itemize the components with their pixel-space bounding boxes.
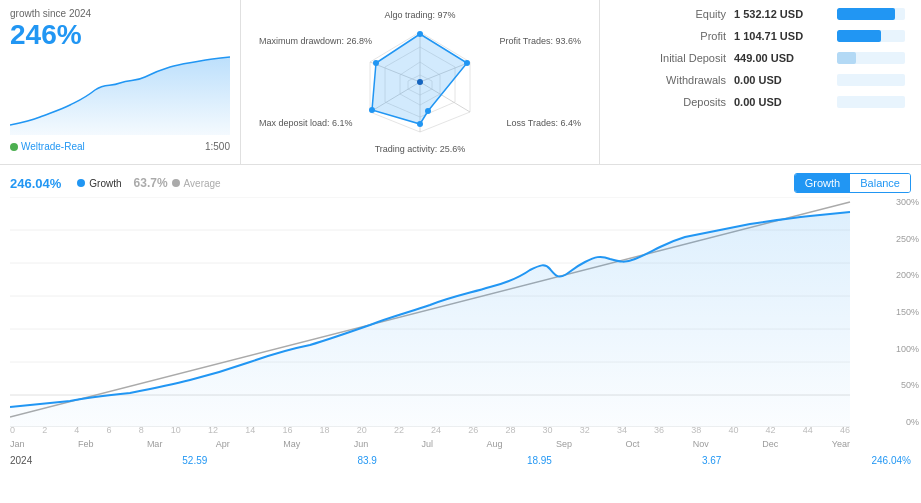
y-label-0: 0% <box>884 417 919 427</box>
stat-label-deposit: Initial Deposit <box>616 52 726 64</box>
broker-row: Weltrade-Real 1:500 <box>10 141 230 152</box>
y-label-250: 250% <box>884 234 919 244</box>
stat-row-deposit: Initial Deposit 449.00 USD <box>616 52 905 64</box>
stats-panel: Equity 1 532.12 USD Profit 1 104.71 USD … <box>600 0 921 164</box>
stat-bar-profit <box>837 30 881 42</box>
footer-val-2: 83.9 <box>357 455 376 466</box>
y-label-150: 150% <box>884 307 919 317</box>
month-labels: JanFebMarAprMayJunJulAugSepOctNovDecYear <box>10 439 850 449</box>
y-axis-labels: 300% 250% 200% 150% 100% 50% 0% <box>884 197 919 427</box>
stat-row-equity: Equity 1 532.12 USD <box>616 8 905 20</box>
stat-value-profit: 1 104.71 USD <box>734 30 829 42</box>
stat-value-deposits: 0.00 USD <box>734 96 829 108</box>
growth-legend-label: Growth <box>89 178 121 189</box>
mini-chart-panel: growth since 2024 246% Weltrade-Real 1:5… <box>0 0 240 164</box>
svg-point-13 <box>425 108 431 114</box>
footer-val-3: 18.95 <box>527 455 552 466</box>
growth-legend-dot <box>77 179 85 187</box>
chart-container: 300% 250% 200% 150% 100% 50% 0% <box>10 197 921 453</box>
main-chart-svg <box>10 197 885 427</box>
footer-val-4: 3.67 <box>702 455 721 466</box>
stat-value-deposit: 449.00 USD <box>734 52 829 64</box>
radar-label-tl: Maximum drawdown: 26.8% <box>259 36 372 46</box>
y-label-50: 50% <box>884 380 919 390</box>
stat-value-withdrawals: 0.00 USD <box>734 74 829 86</box>
x-axis-numbers: 0246810121416182022242628303234363840424… <box>10 425 850 435</box>
legend-avg: 63.7% Average <box>134 176 221 190</box>
stat-row-deposits: Deposits 0.00 USD <box>616 96 905 108</box>
growth-pct-label: 246.04% <box>10 176 61 191</box>
y-label-200: 200% <box>884 270 919 280</box>
footer-val-1: 52.59 <box>182 455 207 466</box>
broker-badge: Weltrade-Real <box>10 141 85 152</box>
stat-row-withdrawals: Withdrawals 0.00 USD <box>616 74 905 86</box>
avg-legend-label: Average <box>184 178 221 189</box>
stat-bar-wrap-profit <box>837 30 905 42</box>
stat-label-deposits: Deposits <box>616 96 726 108</box>
y-label-300: 300% <box>884 197 919 207</box>
svg-marker-10 <box>372 34 467 124</box>
chart-btn-group: Growth Balance <box>794 173 911 193</box>
radar-label-bot: Trading activity: 25.6% <box>375 144 466 154</box>
svg-point-15 <box>369 107 375 113</box>
growth-stat-main: 246.04% <box>10 176 61 191</box>
stat-bar-wrap-deposits <box>837 96 905 108</box>
stat-bar-wrap-equity <box>837 8 905 20</box>
stat-bar-wrap-deposit <box>837 52 905 64</box>
avg-stat-val: 63.7% <box>134 176 168 190</box>
y-label-100: 100% <box>884 344 919 354</box>
mini-chart-svg <box>10 55 230 135</box>
svg-point-17 <box>417 79 423 85</box>
svg-point-14 <box>417 121 423 127</box>
chart-controls: 246.04% Growth 63.7% Average Growth Bala… <box>0 173 921 197</box>
footer-growth-final: 246.04% <box>871 455 910 466</box>
growth-button[interactable]: Growth <box>795 174 850 192</box>
stat-label-withdrawals: Withdrawals <box>616 74 726 86</box>
radar-label-bl: Max deposit load: 6.1% <box>259 118 353 128</box>
avg-legend-dot <box>172 179 180 187</box>
stat-label-profit: Profit <box>616 30 726 42</box>
svg-point-12 <box>464 60 470 66</box>
stat-row-profit: Profit 1 104.71 USD <box>616 30 905 42</box>
legend-row: Growth 63.7% Average <box>77 176 220 190</box>
legend-growth: Growth <box>77 178 121 189</box>
balance-button[interactable]: Balance <box>850 174 910 192</box>
stat-label-equity: Equity <box>616 8 726 20</box>
footer-row: 2024 52.59 83.9 18.95 3.67 246.04% <box>0 453 921 468</box>
radar-label-top: Algo trading: 97% <box>384 10 455 20</box>
radar-label-br: Loss Trades: 6.4% <box>506 118 581 128</box>
bottom-chart-section: 246.04% Growth 63.7% Average Growth Bala… <box>0 165 921 503</box>
status-dot <box>10 143 18 151</box>
radar-label-tr: Profit Trades: 93.6% <box>499 36 581 46</box>
svg-point-16 <box>373 60 379 66</box>
radar-panel: Algo trading: 97% Profit Trades: 93.6% L… <box>240 0 600 164</box>
stat-bar-deposit <box>837 52 856 64</box>
stat-bar-wrap-withdrawals <box>837 74 905 86</box>
growth-since-label: growth since 2024 <box>10 8 230 19</box>
radar-wrap: Algo trading: 97% Profit Trades: 93.6% L… <box>249 8 591 156</box>
growth-big-number: 246% <box>10 19 230 51</box>
leverage-value: 1:500 <box>205 141 230 152</box>
year-label: 2024 <box>10 455 32 466</box>
stat-bar-equity <box>837 8 895 20</box>
svg-point-11 <box>417 31 423 37</box>
stat-value-equity: 1 532.12 USD <box>734 8 829 20</box>
broker-name: Weltrade-Real <box>21 141 85 152</box>
